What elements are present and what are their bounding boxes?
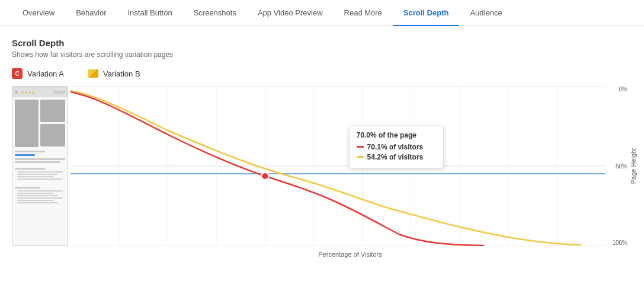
y-tick-100: 100% <box>612 240 627 246</box>
legend-variation-b: Variation B <box>88 69 140 78</box>
legend-label-b: Variation B <box>103 69 140 78</box>
tab-scroll-depth[interactable]: Scroll Depth <box>393 0 460 25</box>
tab-screenshots[interactable]: Screenshots <box>183 0 247 25</box>
section-subtitle: Shows how far visitors are scrolling var… <box>12 50 632 59</box>
right-axis: 0% 50% 100% Page Height <box>605 86 632 246</box>
tab-read-more[interactable]: Read More <box>334 0 393 25</box>
legend-icon-a: C <box>12 68 23 79</box>
legend-variation-a: C Variation A <box>12 68 64 79</box>
nav-tabs: Overview Behavior Install Button Screens… <box>0 0 644 26</box>
tab-behavior[interactable]: Behavior <box>65 0 117 25</box>
y-tick-50: 50% <box>616 163 627 170</box>
legend-icon-b <box>88 69 98 78</box>
tab-audience[interactable]: Audience <box>459 0 512 25</box>
legend: C Variation A Variation B <box>12 68 632 79</box>
chart-svg-wrapper: 100% 90% 80% 70% 60% 50% 40% 30% 20% 10%… <box>71 86 605 246</box>
page-preview: ★ ★ ★ ★ ★ <box>12 86 68 246</box>
right-axis-label: Page Height <box>630 148 637 184</box>
x-axis-label: Percentage of Visitors <box>68 246 632 260</box>
y-tick-0: 0% <box>619 86 627 93</box>
legend-label-a: Variation A <box>27 69 64 78</box>
x-axis-label-text: Percentage of Visitors <box>318 251 382 258</box>
tab-app-video-preview[interactable]: App Video Preview <box>247 0 334 25</box>
section-title: Scroll Depth <box>12 38 632 48</box>
tab-overview[interactable]: Overview <box>12 0 65 25</box>
tab-install-button[interactable]: Install Button <box>117 0 183 25</box>
svg-point-15 <box>261 173 268 180</box>
